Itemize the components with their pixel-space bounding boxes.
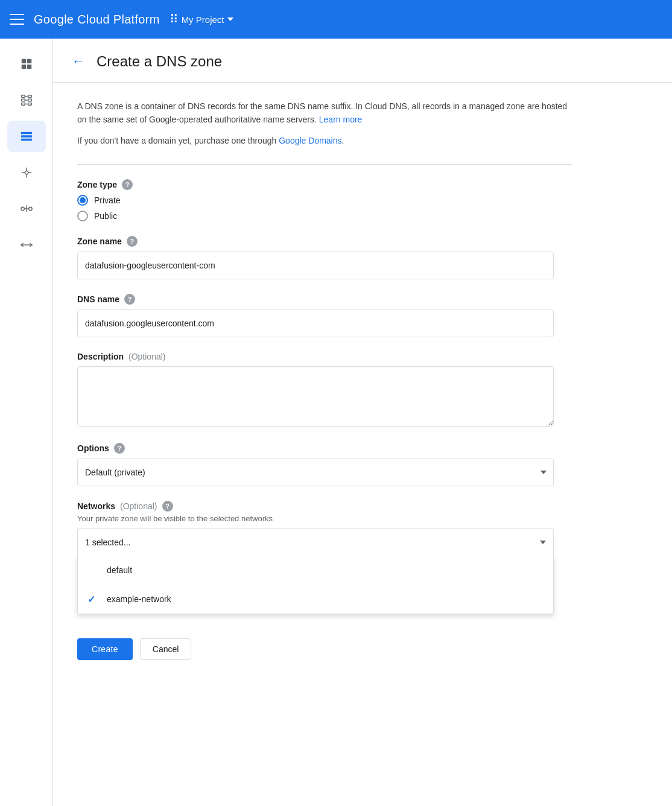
top-nav: Google Cloud Platform ⠿ My Project xyxy=(0,0,672,39)
svg-point-22 xyxy=(28,207,31,211)
networks-help-icon[interactable]: ? xyxy=(162,501,173,512)
domain-suffix: . xyxy=(342,136,344,145)
app-logo: Google Cloud Platform xyxy=(34,13,160,27)
action-buttons: Create Cancel xyxy=(77,629,572,660)
project-dots-icon: ⠿ xyxy=(170,12,178,27)
svg-rect-3 xyxy=(27,65,31,69)
options-field: Options ? Default (private) Custom (priv… xyxy=(77,443,572,486)
learn-more-link[interactable]: Learn more xyxy=(319,115,363,124)
svg-rect-1 xyxy=(27,59,31,63)
options-select[interactable]: Default (private) Custom (private) xyxy=(77,459,554,486)
domain-prompt: If you don't have a domain yet, purchase… xyxy=(77,136,276,145)
zone-name-help-icon[interactable]: ? xyxy=(127,236,138,247)
menu-icon[interactable] xyxy=(10,12,24,27)
radio-public-label: Public xyxy=(94,211,117,221)
zone-type-label-text: Zone type xyxy=(77,180,117,189)
networks-field: Networks (Optional) ? Your private zone … xyxy=(77,501,572,614)
networks-selected-text: 1 selected... xyxy=(85,538,131,547)
svg-rect-8 xyxy=(28,99,31,101)
radio-private-input[interactable] xyxy=(77,195,88,206)
dashboard-icon xyxy=(19,57,34,71)
svg-rect-6 xyxy=(21,103,25,106)
svg-rect-2 xyxy=(21,65,25,69)
project-selector[interactable]: ⠿ My Project xyxy=(170,12,234,27)
options-label: Options ? xyxy=(77,443,572,454)
zone-type-radio-group: Private Public xyxy=(77,195,572,221)
sidebar-item-dashboard[interactable] xyxy=(7,48,46,80)
google-domains-link[interactable]: Google Domains xyxy=(279,136,341,145)
form-area: A DNS zone is a container of DNS records… xyxy=(53,83,596,684)
networks-optional-text: (Optional) xyxy=(120,501,157,511)
zone-name-input[interactable] xyxy=(77,252,554,279)
networks-desc: Your private zone will be visible to the… xyxy=(77,514,572,523)
dns-name-label: DNS name ? xyxy=(77,294,572,305)
dns-name-label-text: DNS name xyxy=(77,294,119,304)
create-button[interactable]: Create xyxy=(77,638,133,660)
svg-rect-13 xyxy=(21,132,31,135)
svg-rect-5 xyxy=(21,99,25,101)
zone-name-field: Zone name ? xyxy=(77,236,572,279)
back-arrow-icon: ← xyxy=(72,55,85,68)
svg-point-21 xyxy=(21,207,24,211)
description-text: A DNS zone is a container of DNS records… xyxy=(77,100,572,127)
radio-private[interactable]: Private xyxy=(77,195,572,206)
sidebar-item-network[interactable] xyxy=(7,84,46,116)
interconnect-icon xyxy=(19,202,34,216)
networks-dropdown-trigger[interactable]: 1 selected... xyxy=(77,528,554,556)
app-title: Google Cloud Platform xyxy=(34,13,160,27)
routes-icon xyxy=(19,165,34,180)
description-field: Description (Optional) xyxy=(77,352,572,428)
project-name: My Project xyxy=(182,14,224,25)
zone-type-label: Zone type ? xyxy=(77,179,572,190)
dns-name-input[interactable] xyxy=(77,309,554,337)
description-label-text: Description xyxy=(77,352,124,361)
cancel-button[interactable]: Cancel xyxy=(140,638,192,660)
svg-rect-9 xyxy=(28,103,31,106)
page-title: Create a DNS zone xyxy=(97,53,222,70)
network-default-label: default xyxy=(107,565,132,575)
radio-public[interactable]: Public xyxy=(77,211,572,221)
sidebar-item-interconnect[interactable] xyxy=(7,193,46,224)
zone-name-label: Zone name ? xyxy=(77,236,572,247)
options-help-icon[interactable]: ? xyxy=(114,443,125,454)
radio-private-inner xyxy=(80,197,86,203)
networks-dropdown-arrow xyxy=(540,541,546,544)
description-optional-text: (Optional) xyxy=(128,352,165,361)
svg-rect-0 xyxy=(21,59,25,63)
options-label-text: Options xyxy=(77,443,109,453)
svg-point-16 xyxy=(25,171,28,174)
dns-icon xyxy=(19,129,34,144)
dns-name-field: DNS name ? xyxy=(77,294,572,337)
project-chevron-icon xyxy=(227,17,233,21)
svg-rect-15 xyxy=(21,139,31,141)
networks-label-row: Networks (Optional) ? xyxy=(77,501,572,512)
domain-text: If you don't have a domain yet, purchase… xyxy=(77,134,572,147)
zone-name-label-text: Zone name xyxy=(77,236,122,246)
description-label: Description (Optional) xyxy=(77,352,572,361)
network-item-default[interactable]: default xyxy=(78,556,553,585)
vpn-icon xyxy=(19,238,34,252)
page-header: ← Create a DNS zone xyxy=(53,39,672,83)
description-textarea[interactable] xyxy=(77,366,554,427)
svg-rect-4 xyxy=(21,95,25,98)
radio-private-label: Private xyxy=(94,195,121,205)
network-item-example[interactable]: ✓ example-network xyxy=(78,585,553,614)
svg-rect-14 xyxy=(21,135,31,138)
svg-rect-7 xyxy=(28,95,31,98)
dns-name-help-icon[interactable]: ? xyxy=(124,294,135,305)
sidebar-item-routes[interactable] xyxy=(7,157,46,188)
main-content: ← Create a DNS zone A DNS zone is a cont… xyxy=(53,39,672,806)
networks-dropdown-menu: default ✓ example-network xyxy=(77,556,554,614)
sidebar xyxy=(0,39,53,806)
networks-label-text: Networks xyxy=(77,501,115,511)
radio-public-input[interactable] xyxy=(77,211,88,221)
divider xyxy=(77,164,572,165)
sidebar-item-dns[interactable] xyxy=(7,121,46,152)
zone-type-help-icon[interactable]: ? xyxy=(122,179,133,190)
check-icon: ✓ xyxy=(87,594,95,605)
options-select-wrapper: Default (private) Custom (private) xyxy=(77,459,554,486)
network-icon xyxy=(19,93,34,107)
back-button[interactable]: ← xyxy=(68,51,89,72)
sidebar-item-vpn[interactable] xyxy=(7,229,46,261)
zone-type-field: Zone type ? Private Public xyxy=(77,179,572,221)
